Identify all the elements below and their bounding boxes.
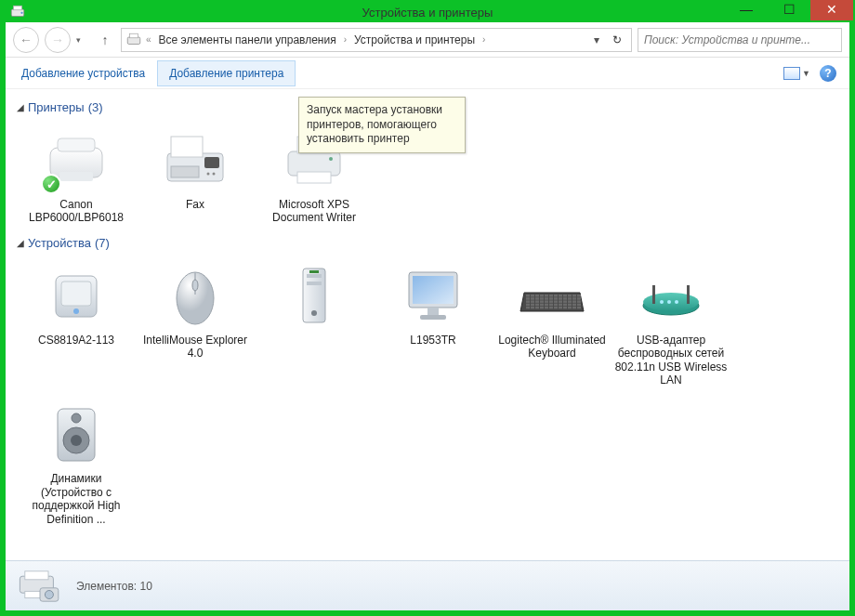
- item-label: USB-адаптер беспроводных сетей 802.11n U…: [613, 334, 729, 387]
- item-label: Динамики (Устройство с поддержкой High D…: [19, 472, 134, 526]
- svg-rect-59: [540, 300, 544, 303]
- svg-rect-74: [554, 303, 558, 306]
- breadcrumb-seg-2[interactable]: Устройства и принтеры: [350, 33, 479, 46]
- printer-laser-icon: ✓: [39, 122, 113, 196]
- item-label: Fax: [186, 198, 204, 211]
- svg-rect-91: [577, 307, 581, 309]
- status-count: 10: [140, 580, 152, 593]
- chevron-right-icon: ›: [480, 34, 487, 45]
- svg-rect-29: [413, 276, 454, 304]
- view-icon: [783, 67, 800, 80]
- svg-rect-49: [549, 297, 553, 300]
- mouse-icon: [158, 257, 232, 332]
- add-printer-button[interactable]: Добавление принтера: [157, 60, 296, 86]
- svg-rect-4: [130, 33, 138, 38]
- svg-rect-58: [535, 300, 539, 303]
- item-label: L1953TR: [410, 334, 455, 347]
- group-count: (3): [88, 100, 103, 114]
- svg-rect-46: [535, 297, 539, 300]
- group-count: (7): [95, 236, 110, 250]
- svg-rect-54: [572, 297, 576, 300]
- svg-rect-63: [559, 300, 562, 303]
- svg-rect-64: [563, 300, 567, 303]
- up-button[interactable]: ↑: [95, 30, 115, 50]
- svg-rect-39: [559, 295, 562, 297]
- collapse-caret-icon: ◢: [17, 238, 24, 248]
- printer-item[interactable]: ✓Canon LBP6000/LBP6018: [17, 118, 136, 230]
- svg-rect-33: [531, 295, 534, 297]
- svg-rect-53: [568, 297, 572, 300]
- device-item[interactable]: USB-адаптер беспроводных сетей 802.11n U…: [612, 254, 730, 393]
- minimize-button[interactable]: —: [725, 0, 768, 20]
- refresh-button[interactable]: ↻: [607, 33, 627, 46]
- search-box[interactable]: [638, 28, 842, 52]
- svg-rect-42: [572, 295, 576, 297]
- svg-rect-40: [563, 295, 567, 297]
- svg-point-102: [72, 413, 81, 423]
- svg-rect-61: [549, 300, 553, 303]
- window-frame: Устройства и принтеры — ☐ ✕ ← → ▾ ↑ « Вс…: [0, 0, 855, 616]
- group-header-devices[interactable]: ◢ Устройства (7): [17, 230, 838, 254]
- svg-rect-85: [549, 307, 553, 309]
- svg-rect-71: [540, 303, 544, 306]
- svg-rect-11: [171, 166, 199, 177]
- svg-rect-37: [549, 295, 553, 297]
- device-item[interactable]: IntelliMouse Explorer 4.0: [136, 254, 255, 393]
- svg-rect-80: [526, 307, 530, 309]
- svg-rect-36: [545, 295, 548, 297]
- svg-rect-73: [549, 303, 553, 306]
- item-label: IntelliMouse Explorer 4.0: [138, 334, 253, 360]
- router-icon: [634, 257, 708, 332]
- status-label: Элементов:: [76, 580, 137, 593]
- svg-rect-77: [568, 303, 572, 306]
- window-title: Устройства и принтеры: [362, 6, 493, 20]
- dropdown-icon[interactable]: ▾: [588, 33, 605, 46]
- svg-rect-41: [568, 295, 572, 297]
- group-label: Принтеры: [28, 100, 85, 114]
- svg-rect-31: [420, 315, 446, 320]
- device-item[interactable]: L1953TR: [374, 254, 493, 393]
- default-check-icon: ✓: [41, 174, 61, 194]
- help-button[interactable]: ?: [820, 65, 836, 82]
- svg-point-96: [660, 300, 664, 304]
- svg-rect-1: [14, 6, 22, 10]
- svg-rect-72: [545, 303, 548, 306]
- breadcrumb-seg-1[interactable]: Все элементы панели управления: [155, 33, 340, 46]
- svg-rect-34: [535, 295, 539, 297]
- forward-button[interactable]: →: [45, 27, 71, 53]
- device-item[interactable]: Динамики (Устройство с поддержкой High D…: [17, 392, 136, 531]
- svg-rect-82: [535, 307, 539, 309]
- statusbar: Элементов: 10: [6, 560, 849, 610]
- svg-point-13: [213, 173, 216, 176]
- svg-rect-66: [572, 300, 576, 303]
- close-button[interactable]: ✕: [810, 0, 853, 20]
- svg-rect-75: [559, 303, 562, 306]
- group-label: Устройства: [28, 236, 91, 250]
- svg-rect-87: [559, 307, 562, 309]
- toolbar: Добавление устройства Добавление принтер…: [6, 58, 849, 89]
- svg-rect-52: [563, 297, 567, 300]
- svg-point-26: [311, 310, 317, 316]
- maximize-button[interactable]: ☐: [768, 0, 810, 20]
- search-input[interactable]: [644, 33, 835, 46]
- item-label: Logitech® Illuminated Keyboard: [494, 334, 610, 360]
- back-button[interactable]: ←: [13, 27, 39, 53]
- svg-rect-76: [563, 303, 567, 306]
- device-item[interactable]: [255, 254, 374, 393]
- svg-rect-43: [577, 295, 581, 297]
- breadcrumb[interactable]: « Все элементы панели управления › Устро…: [121, 28, 632, 52]
- monitor-icon: [396, 257, 470, 332]
- svg-point-97: [667, 300, 671, 304]
- content-area: Запуск мастера установки принтеров, помо…: [6, 89, 849, 560]
- svg-rect-27: [309, 270, 319, 273]
- svg-rect-88: [563, 307, 567, 309]
- view-options-button[interactable]: ▼: [783, 67, 810, 80]
- device-item[interactable]: CS8819A2-113: [17, 254, 136, 393]
- device-item[interactable]: Logitech® Illuminated Keyboard: [493, 254, 612, 393]
- add-device-button[interactable]: Добавление устройства: [9, 60, 157, 86]
- svg-point-12: [207, 173, 210, 176]
- printer-item[interactable]: Fax: [136, 118, 255, 230]
- history-dropdown[interactable]: ▾: [76, 35, 89, 45]
- svg-rect-65: [568, 300, 572, 303]
- svg-rect-78: [572, 303, 576, 306]
